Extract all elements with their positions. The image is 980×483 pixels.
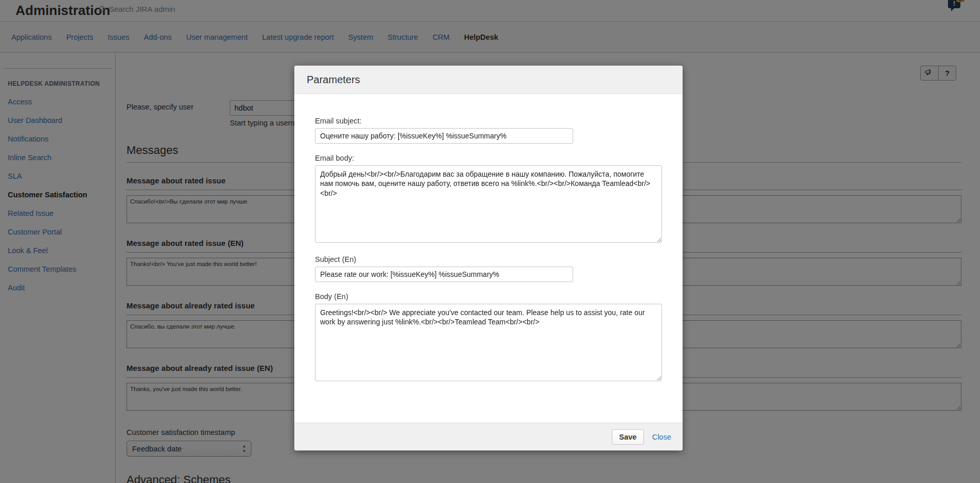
dialog-header: Parameters xyxy=(294,66,683,94)
email-subject-input[interactable] xyxy=(315,128,573,144)
subject-en-input[interactable] xyxy=(315,267,573,282)
body-en-label: Body (En) xyxy=(315,292,662,301)
save-button[interactable]: Save xyxy=(612,429,644,445)
email-body-textarea[interactable] xyxy=(315,165,662,243)
close-button[interactable]: Close xyxy=(652,433,671,441)
dialog-footer: Save Close xyxy=(294,423,683,450)
email-body-label: Email body: xyxy=(315,154,662,162)
subject-en-label: Subject (En) xyxy=(315,255,662,263)
body-en-textarea[interactable] xyxy=(315,304,662,381)
parameters-dialog: Parameters Email subject: Email body: Su… xyxy=(294,66,683,450)
email-subject-label: Email subject: xyxy=(315,117,662,125)
dialog-title: Parameters xyxy=(307,74,360,86)
dialog-body: Email subject: Email body: Subject (En) … xyxy=(294,94,683,423)
